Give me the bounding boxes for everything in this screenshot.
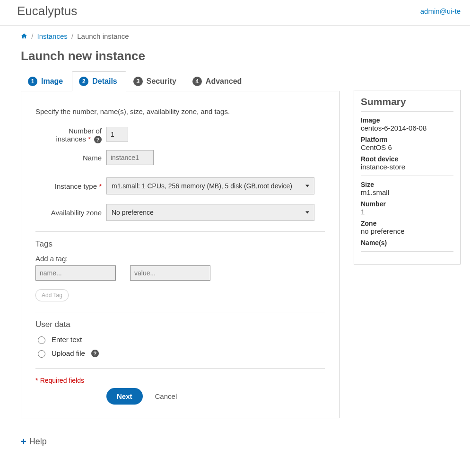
divider xyxy=(35,231,325,232)
required-star: * xyxy=(88,135,91,143)
required-fields-note: * Required fields xyxy=(35,376,325,384)
page-title: Launch new instance xyxy=(0,40,470,71)
wizard-main: 1 Image 2 Details 3 Security 4 Advanced … xyxy=(21,71,339,418)
summary-key: Size xyxy=(361,181,453,188)
summary-value: no preference xyxy=(361,227,453,235)
summary-key: Zone xyxy=(361,220,453,227)
add-tag-label: Add a tag: xyxy=(35,255,325,263)
summary-title: Summary xyxy=(361,96,453,112)
summary-value: CentOS 6 xyxy=(361,143,453,151)
summary-zone: Zone no preference xyxy=(361,220,453,235)
chevron-down-icon xyxy=(305,212,309,214)
row-name: Name xyxy=(35,150,325,165)
row-availability-zone: Availability zone No preference xyxy=(35,204,325,221)
label-availability-zone: Availability zone xyxy=(35,209,106,217)
summary-image: Image centos-6-2014-06-08 xyxy=(361,116,453,132)
plus-icon: + xyxy=(21,436,26,447)
breadcrumb-instances[interactable]: Instances xyxy=(37,32,68,40)
label-name: Name xyxy=(35,154,106,162)
summary-key: Number xyxy=(361,200,453,208)
label-instance-type: Instance type * xyxy=(35,182,106,190)
userdata-upload-file-row: Upload file ? xyxy=(35,349,325,358)
label-text: Number of xyxy=(69,127,102,135)
chevron-down-icon xyxy=(305,185,309,187)
tab-image[interactable]: 1 Image xyxy=(21,71,72,91)
brand: Eucalyptus xyxy=(17,4,77,18)
breadcrumb-separator: / xyxy=(70,32,75,40)
select-value: No preference xyxy=(112,209,154,216)
userdata-heading: User data xyxy=(35,320,325,329)
wizard-panel: Specify the number, name(s), size, avail… xyxy=(21,91,339,418)
summary-value: m1.small xyxy=(361,188,453,196)
divider xyxy=(361,176,453,176)
tab-advanced[interactable]: 4 Advanced xyxy=(185,71,251,91)
select-value: m1.small: 1 CPUs, 256 memory (MB), 5 dis… xyxy=(112,182,292,190)
summary-key: Platform xyxy=(361,136,453,143)
tags-heading: Tags xyxy=(35,239,325,249)
help-toggle[interactable]: +Help xyxy=(0,428,470,454)
userdata-enter-text-label: Enter text xyxy=(52,335,82,344)
user-menu-link[interactable]: admin@ui-te xyxy=(420,7,461,15)
tab-number: 1 xyxy=(28,77,37,86)
tab-security[interactable]: 3 Security xyxy=(126,71,185,91)
required-star: * xyxy=(99,182,102,190)
breadcrumb-separator: / xyxy=(29,32,35,40)
tag-inputs xyxy=(35,265,325,281)
summary-root-device: Root device instance-store xyxy=(361,155,453,171)
instance-type-select[interactable]: m1.small: 1 CPUs, 256 memory (MB), 5 dis… xyxy=(106,177,314,194)
panel-intro: Specify the number, name(s), size, avail… xyxy=(35,107,325,115)
tab-details[interactable]: 2 Details xyxy=(72,71,126,91)
label-text: instances xyxy=(56,135,86,143)
breadcrumb: / Instances / Launch instance xyxy=(0,26,470,40)
required-note-text: Required fields xyxy=(40,377,84,384)
summary-value: instance-store xyxy=(361,163,453,171)
action-row: Next Cancel xyxy=(35,388,325,405)
help-icon[interactable]: ? xyxy=(94,136,102,143)
divider xyxy=(35,312,325,312)
userdata-upload-file-label: Upload file xyxy=(52,349,85,357)
help-label: Help xyxy=(29,437,47,446)
tag-name-input[interactable] xyxy=(35,265,116,281)
summary-number: Number 1 xyxy=(361,200,453,216)
tab-number: 4 xyxy=(192,77,202,86)
add-tag-button[interactable]: Add Tag xyxy=(35,289,69,301)
tab-label: Security xyxy=(147,77,176,86)
tab-label: Image xyxy=(41,77,63,86)
summary-key: Root device xyxy=(361,155,453,163)
summary-key: Image xyxy=(361,116,453,124)
divider xyxy=(361,251,453,252)
label-number-of-instances: Number of instances * ? xyxy=(35,127,106,143)
breadcrumb-current: Launch instance xyxy=(77,32,129,40)
tag-value-input[interactable] xyxy=(130,265,210,281)
userdata-enter-text-row: Enter text xyxy=(35,335,325,344)
row-number-of-instances: Number of instances * ? xyxy=(35,127,325,143)
required-star: * xyxy=(35,377,38,384)
number-of-instances-input[interactable] xyxy=(106,127,128,142)
name-input[interactable] xyxy=(106,150,154,165)
cancel-link[interactable]: Cancel xyxy=(155,392,177,400)
summary-panel: Summary Image centos-6-2014-06-08 Platfo… xyxy=(354,90,461,264)
tab-number: 3 xyxy=(133,77,143,86)
availability-zone-select[interactable]: No preference xyxy=(106,204,314,221)
summary-names: Name(s) xyxy=(361,239,453,247)
summary-platform: Platform CentOS 6 xyxy=(361,136,453,151)
wizard-tabs: 1 Image 2 Details 3 Security 4 Advanced xyxy=(21,71,339,91)
divider xyxy=(35,368,325,369)
help-icon[interactable]: ? xyxy=(91,350,99,357)
summary-value: 1 xyxy=(361,208,453,216)
userdata-upload-file-radio[interactable] xyxy=(38,350,45,358)
summary-value: centos-6-2014-06-08 xyxy=(361,124,453,132)
next-button[interactable]: Next xyxy=(106,388,143,405)
tab-label: Advanced xyxy=(206,77,242,86)
top-bar: Eucalyptus admin@ui-te xyxy=(0,0,470,26)
home-icon[interactable] xyxy=(21,32,29,40)
row-instance-type: Instance type * m1.small: 1 CPUs, 256 me… xyxy=(35,177,325,194)
userdata-enter-text-radio[interactable] xyxy=(38,336,45,344)
tab-label: Details xyxy=(92,77,117,86)
summary-sidebar: Summary Image centos-6-2014-06-08 Platfo… xyxy=(354,71,461,264)
label-text: Instance type xyxy=(55,182,97,190)
summary-size: Size m1.small xyxy=(361,181,453,196)
tab-number: 2 xyxy=(79,77,88,86)
summary-key: Name(s) xyxy=(361,239,453,247)
